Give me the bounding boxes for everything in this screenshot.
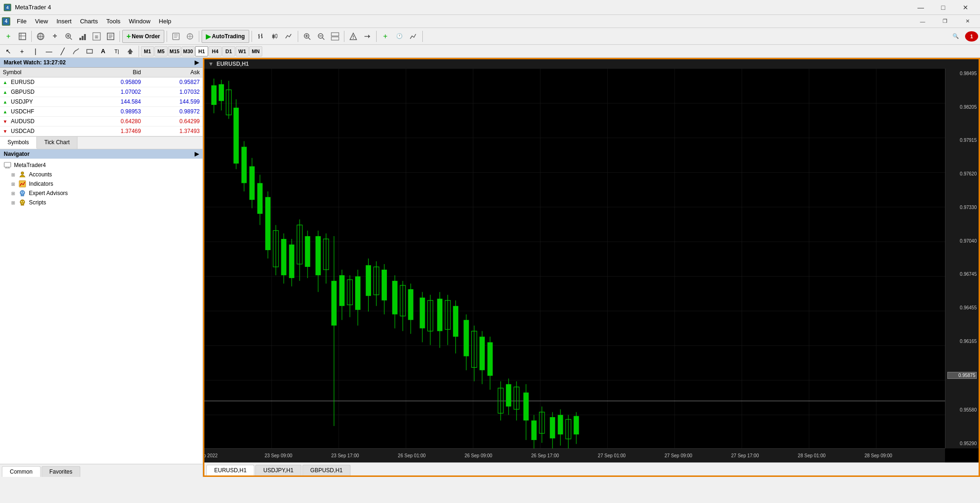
market-watch-row[interactable]: ▲ EURUSD 0.95809 0.95827 <box>0 77 203 87</box>
line-chart-button[interactable] <box>282 30 295 43</box>
nav-item-metatrader4[interactable]: MetaTrader4 <box>0 161 203 170</box>
svg-rect-118 <box>281 239 286 275</box>
tf-h1[interactable]: H1 <box>195 46 208 56</box>
time-label-3: 26 Sep 01:00 <box>398 453 426 458</box>
chart-header: ▼ EURUSD,H1 <box>204 59 979 69</box>
market-watch-row[interactable]: ▼ AUDUSD 0.64280 0.64299 <box>0 117 203 126</box>
zoom-in-button[interactable] <box>301 30 314 43</box>
search-button[interactable]: 🔍 <box>949 30 962 43</box>
left-tab-favorites[interactable]: Favorites <box>42 466 80 477</box>
clock-button[interactable]: 🕐 <box>393 30 406 43</box>
symbol-cell: ▲ USDJPY <box>0 97 85 107</box>
menu-tools[interactable]: Tools <box>103 16 124 26</box>
text-tool[interactable]: A <box>97 45 110 58</box>
script-button[interactable] <box>361 30 374 43</box>
col-bid: Bid <box>85 68 144 77</box>
chart-dropdown-icon[interactable]: ▼ <box>208 61 214 67</box>
tree-expand-accounts: ⊞ <box>11 172 15 177</box>
tab-symbols[interactable]: Symbols <box>0 137 37 149</box>
arrow-tool[interactable] <box>124 45 137 58</box>
global-var-button[interactable] <box>183 30 196 43</box>
nav-item-accounts[interactable]: ⊞ Accounts <box>0 170 203 179</box>
menu-view[interactable]: View <box>31 16 52 26</box>
tf-m5[interactable]: M5 <box>154 46 168 56</box>
submenu-close[interactable]: ✕ <box>957 14 978 29</box>
menu-charts[interactable]: Charts <box>76 16 101 26</box>
label-tool[interactable]: T| <box>110 45 123 58</box>
zoom-out-button[interactable] <box>315 30 328 43</box>
interval-button[interactable] <box>76 30 89 43</box>
new-chart-button[interactable]: + <box>2 30 15 43</box>
crosshair-tool[interactable]: + <box>15 45 28 58</box>
trendline-tool[interactable]: ╱ <box>56 45 69 58</box>
nav-label-scripts: Scripts <box>29 199 46 206</box>
symbol-cell: ▼ USDCAD <box>0 126 85 136</box>
split-window-button[interactable] <box>329 30 342 43</box>
candlestick-chart <box>204 69 945 448</box>
zoom-in-prev-button[interactable] <box>62 30 75 43</box>
chart-tab-eurusd[interactable]: EURUSD,H1 <box>206 465 254 475</box>
chart-tab-usdjpy[interactable]: USDJPY,H1 <box>255 465 301 475</box>
menu-help[interactable]: Help <box>155 16 175 26</box>
bottom-chart-tabs: EURUSD,H1 USDJPY,H1 GBPUSD,H1 <box>204 462 979 475</box>
bar-chart-button[interactable] <box>254 30 267 43</box>
history-center-button[interactable] <box>169 30 182 43</box>
computer-icon <box>4 161 11 169</box>
submenu-minimize[interactable]: — <box>912 14 933 29</box>
chart-canvas[interactable]: 0.98495 0.98205 0.97915 0.97620 0.97330 … <box>204 69 979 462</box>
chart-shift-button[interactable]: ⊞ <box>90 30 103 43</box>
tf-m30[interactable]: M30 <box>182 46 195 56</box>
tf-m1[interactable]: M1 <box>141 46 154 56</box>
svg-rect-130 <box>331 281 336 326</box>
add-button[interactable]: + <box>379 30 392 43</box>
chart-type-button[interactable] <box>407 30 420 43</box>
expert-button[interactable] <box>347 30 360 43</box>
menu-file[interactable]: File <box>13 16 30 26</box>
vline-tool[interactable]: | <box>29 45 42 58</box>
chart-templates-button[interactable] <box>16 30 29 43</box>
rect-tool[interactable] <box>83 45 96 58</box>
market-watch-row[interactable]: ▲ USDJPY 144.584 144.599 <box>0 97 203 107</box>
market-watch-row[interactable]: ▼ USDCAD 1.37469 1.37493 <box>0 126 203 136</box>
minimize-button[interactable]: — <box>910 0 931 15</box>
panel-tabs: Symbols Tick Chart <box>0 136 203 149</box>
tf-mn[interactable]: MN <box>249 46 262 56</box>
pointer-tool[interactable]: ↖ <box>2 45 15 58</box>
chart-title: EURUSD,H1 <box>217 61 249 67</box>
market-watch-row[interactable]: ▲ GBPUSD 1.07002 1.07032 <box>0 87 203 97</box>
navigator-expand[interactable]: ▶ <box>195 151 199 157</box>
menu-insert[interactable]: Insert <box>53 16 76 26</box>
left-tab-common[interactable]: Common <box>2 466 41 477</box>
hline-tool[interactable]: — <box>42 45 56 58</box>
market-watch-expand[interactable]: ▶ <box>195 59 199 66</box>
svg-rect-120 <box>289 245 294 278</box>
connect-button[interactable] <box>34 30 47 43</box>
crosshair-button[interactable]: ✛ <box>48 30 61 43</box>
svg-point-72 <box>20 200 25 204</box>
candle-chart-button[interactable] <box>268 30 281 43</box>
tab-tick-chart[interactable]: Tick Chart <box>37 137 77 149</box>
chart-tab-gbpusd[interactable]: GBPUSD,H1 <box>302 465 350 475</box>
menu-window[interactable]: Window <box>125 16 154 26</box>
autotrading-button[interactable]: ▶ AutoTrading <box>202 30 249 43</box>
time-label-10: 28 Sep 09:00 <box>864 453 892 458</box>
close-button[interactable]: ✕ <box>955 0 976 15</box>
tf-m15[interactable]: M15 <box>168 46 181 56</box>
new-order-button[interactable]: + New Order <box>122 30 164 43</box>
data-window-button[interactable] <box>104 30 117 43</box>
nav-item-indicators[interactable]: ⊞ Indicators <box>0 179 203 189</box>
tf-d1[interactable]: D1 <box>222 46 235 56</box>
notification-button[interactable]: 1 <box>965 31 978 42</box>
maximize-button[interactable]: □ <box>932 0 954 15</box>
market-watch-row[interactable]: ▲ USDCHF 0.98953 0.98972 <box>0 107 203 117</box>
nav-item-expert-advisors[interactable]: ⊞ Expert Advisors <box>0 189 203 198</box>
tf-h4[interactable]: H4 <box>209 46 222 56</box>
nav-item-scripts[interactable]: ⊞ Scripts <box>0 198 203 207</box>
tf-w1[interactable]: W1 <box>236 46 249 56</box>
submenu-restore[interactable]: ❐ <box>934 14 956 29</box>
symbol-cell: ▲ USDCHF <box>0 107 85 117</box>
svg-marker-56 <box>368 35 370 38</box>
svg-point-75 <box>23 201 24 202</box>
draw-tool[interactable] <box>70 45 83 58</box>
navigator-content: MetaTrader4 ⊞ Accounts ⊞ Indicators ⊞ Ex… <box>0 159 203 464</box>
